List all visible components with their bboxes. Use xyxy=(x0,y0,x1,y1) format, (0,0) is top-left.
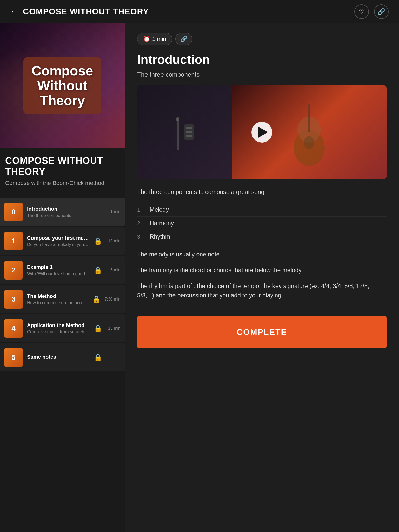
lesson-content-3: The Method How to compose on the acousti… xyxy=(27,293,88,305)
lesson-title-2: Example 1 xyxy=(27,264,90,270)
lesson-content-2: Example 1 With 'Will our love find a goo… xyxy=(27,264,90,276)
complete-button[interactable]: COMPLETE xyxy=(137,316,387,348)
body-text-1: The three components to compose a great … xyxy=(137,187,387,197)
list-label-2: Harmony xyxy=(150,220,174,227)
lesson-title-1: Compose your first melody xyxy=(27,235,90,241)
bookmark-button[interactable]: ♡ xyxy=(354,4,369,19)
lock-icon-3: 🔒 xyxy=(92,295,101,303)
share-icon: 🔗 xyxy=(377,8,385,15)
lesson-number-0: 0 xyxy=(11,208,16,216)
lesson-item-5[interactable]: 5 Same notes 🔒 xyxy=(0,343,125,371)
lesson-desc-4: Compose music from scratch xyxy=(27,329,90,335)
list-number-3: 3 xyxy=(137,234,144,240)
link-icon: 🔗 xyxy=(180,36,187,42)
components-list: 1 Melody 2 Harmony 3 Rhythm xyxy=(137,203,387,243)
lesson-item-2[interactable]: 2 Example 1 With 'Will our love find a g… xyxy=(0,256,125,284)
section-title: Introduction xyxy=(137,52,387,67)
studio-equipment-graphic xyxy=(171,109,197,156)
lesson-item-1[interactable]: 1 Compose your first melody Do you have … xyxy=(0,227,125,255)
lesson-duration-1: 13 min xyxy=(106,239,121,243)
lesson-thumb-0: 0 xyxy=(4,203,23,221)
lesson-number-2: 2 xyxy=(11,266,16,274)
clock-icon: ⏰ xyxy=(143,36,150,42)
lock-icon-5: 🔒 xyxy=(94,354,102,362)
svg-rect-4 xyxy=(186,131,192,133)
lesson-thumb-2: 2 xyxy=(4,261,23,280)
lesson-desc-0: The three components xyxy=(27,213,102,218)
lesson-duration-3: 7:30 min xyxy=(105,297,121,302)
lesson-thumb-4: 4 xyxy=(4,319,23,338)
list-item-2: 2 Harmony xyxy=(137,217,387,230)
body-text-3: The harmony is the chord or chords that … xyxy=(137,265,387,275)
course-badge-text: Compose Without Theory xyxy=(32,63,93,108)
lesson-desc-1: Do you have a melody in your head? xyxy=(27,242,90,247)
lesson-duration-2: 6 min xyxy=(106,268,121,272)
share-button[interactable]: 🔗 xyxy=(374,4,389,19)
lesson-number-5: 5 xyxy=(11,353,16,362)
lesson-content-4: Application the Method Compose music fro… xyxy=(27,322,90,335)
header-left: ← COMPOSE WITHOUT THEORY xyxy=(10,7,149,16)
course-image: Compose Without Theory xyxy=(0,23,125,148)
complete-section: COMPLETE xyxy=(137,311,387,348)
lesson-thumb-1: 1 xyxy=(4,232,23,250)
svg-rect-0 xyxy=(177,119,179,150)
header: ← COMPOSE WITHOUT THEORY ♡ 🔗 xyxy=(0,0,399,23)
lesson-content-1: Compose your first melody Do you have a … xyxy=(27,235,90,247)
lesson-desc-2: With 'Will our love find a good home?' xyxy=(27,271,90,276)
course-main-title: COMPOSE WITHOUT THEORY xyxy=(5,155,119,177)
lock-icon-2: 🔒 xyxy=(94,266,102,274)
lesson-thumb-5: 5 xyxy=(4,348,23,367)
list-label-3: Rhythm xyxy=(150,233,170,240)
lesson-content-0: Introduction The three components xyxy=(27,206,102,218)
header-right: ♡ 🔗 xyxy=(354,4,389,19)
svg-rect-3 xyxy=(186,127,192,129)
list-item-3: 3 Rhythm xyxy=(137,230,387,243)
course-info: COMPOSE WITHOUT THEORY Compose with the … xyxy=(0,148,125,198)
lesson-title-5: Same notes xyxy=(27,354,90,360)
lesson-item-0[interactable]: 0 Introduction The three components 1 mi… xyxy=(0,198,125,226)
lesson-number-4: 4 xyxy=(11,324,16,332)
video-thumbnail[interactable] xyxy=(137,85,387,179)
link-pill[interactable]: 🔗 xyxy=(175,33,192,45)
list-item-1: 1 Melody xyxy=(137,203,387,217)
course-title-badge: Compose Without Theory xyxy=(23,57,102,114)
back-button[interactable]: ← xyxy=(10,8,18,16)
list-label-1: Melody xyxy=(150,206,169,213)
section-desc: The three components xyxy=(137,71,387,78)
lesson-item-3[interactable]: 3 The Method How to compose on the acous… xyxy=(0,285,125,313)
left-panel: Compose Without Theory COMPOSE WITHOUT T… xyxy=(0,23,125,532)
right-panel: ⏰ 1 min 🔗 Introduction The three compone… xyxy=(125,23,399,532)
play-button[interactable] xyxy=(251,122,272,143)
lesson-title-4: Application the Method xyxy=(27,322,90,328)
svg-rect-8 xyxy=(308,104,310,132)
svg-point-9 xyxy=(304,136,314,149)
lesson-item-4[interactable]: 4 Application the Method Compose music f… xyxy=(0,314,125,342)
body-text-4: The rhythm is part of : the choice of th… xyxy=(137,281,387,301)
body-text-2: The melody is usually one note. xyxy=(137,250,387,259)
list-number-2: 2 xyxy=(137,220,144,227)
lesson-title-3: The Method xyxy=(27,293,88,299)
svg-point-1 xyxy=(176,117,179,121)
lesson-number-1: 1 xyxy=(11,237,16,245)
duration-pill: ⏰ 1 min xyxy=(137,33,172,45)
lock-icon-4: 🔒 xyxy=(94,324,102,332)
list-number-1: 1 xyxy=(137,207,144,213)
course-subtitle: Compose with the Boom-Chick method xyxy=(5,180,119,187)
duration-label: 1 min xyxy=(152,36,166,42)
lock-icon-1: 🔒 xyxy=(94,237,102,245)
lesson-title-0: Introduction xyxy=(27,206,102,212)
lesson-number-3: 3 xyxy=(11,295,16,303)
guitar-graphic xyxy=(283,96,335,169)
lesson-list: 0 Introduction The three components 1 mi… xyxy=(0,198,125,373)
video-thumb-left xyxy=(137,85,232,179)
lesson-thumb-3: 3 xyxy=(4,290,23,309)
svg-rect-5 xyxy=(186,135,192,137)
lesson-content-5: Same notes xyxy=(27,354,90,361)
bookmark-icon: ♡ xyxy=(359,8,364,15)
lesson-desc-3: How to compose on the acoustic xyxy=(27,300,88,305)
meta-row: ⏰ 1 min 🔗 xyxy=(137,33,387,45)
main-layout: Compose Without Theory COMPOSE WITHOUT T… xyxy=(0,23,399,532)
play-triangle-icon xyxy=(258,127,268,138)
header-title: COMPOSE WITHOUT THEORY xyxy=(23,7,149,16)
lesson-duration-0: 1 min xyxy=(106,210,121,214)
